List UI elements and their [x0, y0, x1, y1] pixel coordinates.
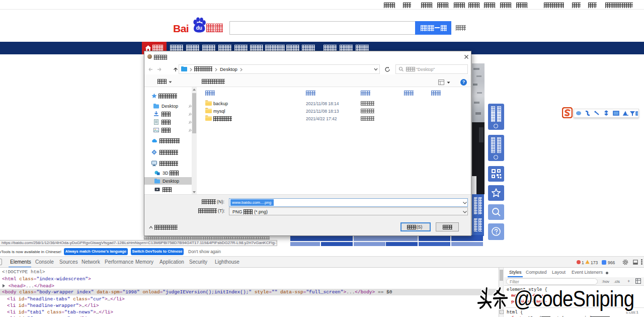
svg-text:du: du — [196, 25, 202, 31]
